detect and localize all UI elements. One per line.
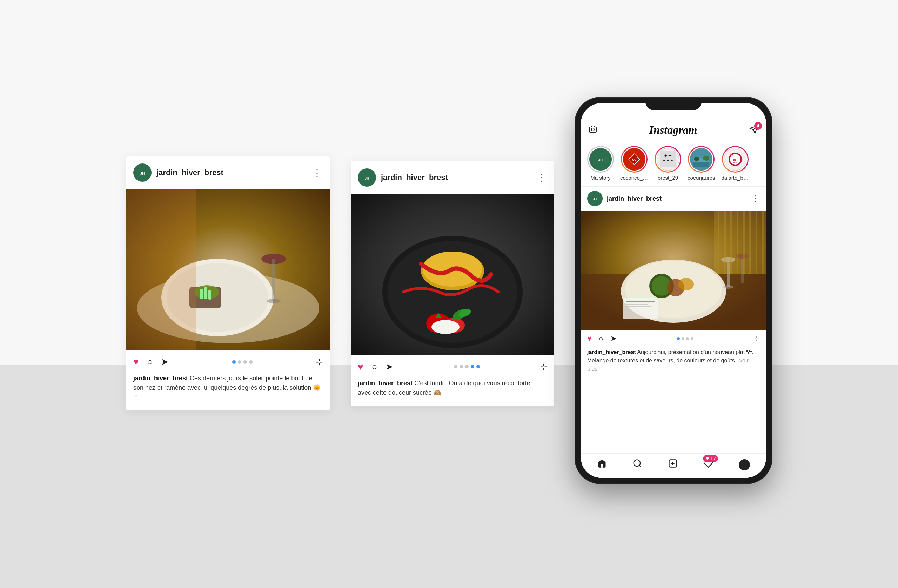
avatar-2: JH xyxy=(358,168,376,187)
svg-text:JH: JH xyxy=(593,197,597,201)
ig-header: Instagram 4 xyxy=(581,119,766,140)
svg-rect-72 xyxy=(756,211,757,274)
ig-bottom-nav: 17 xyxy=(581,453,766,478)
ig-bookmark-icon[interactable]: ⊹ xyxy=(754,334,760,343)
svg-point-43 xyxy=(694,157,700,161)
bookmark-icon-1[interactable]: ⊹ xyxy=(316,357,323,367)
story-ring-del: del Arte xyxy=(722,146,749,172)
ig-share-icon[interactable]: ➤ xyxy=(610,334,617,343)
svg-rect-75 xyxy=(626,301,655,302)
dot-5 xyxy=(454,365,457,368)
svg-text:Arte: Arte xyxy=(733,162,738,163)
svg-point-13 xyxy=(267,299,281,303)
story-ring-brest: ✦✦ ✦ ✦ ✦ xyxy=(655,146,681,172)
story-item-coco[interactable]: CC cocorico_bar xyxy=(620,146,648,181)
phone-screen: Instagram 4 xyxy=(581,103,766,478)
ig-comment-icon[interactable]: ○ xyxy=(599,334,603,343)
camera-icon[interactable] xyxy=(589,125,597,135)
svg-rect-8 xyxy=(200,289,203,299)
svg-text:JH: JH xyxy=(598,158,603,162)
share-icon-2[interactable]: ➤ xyxy=(386,361,393,372)
like-icon-2[interactable]: ♥ xyxy=(358,361,363,372)
ig-dot-4 xyxy=(691,337,693,340)
story-item-brest[interactable]: ✦✦ ✦ ✦ ✦ brest_29 xyxy=(655,146,681,181)
svg-point-62 xyxy=(723,285,733,289)
avatar-1: JH xyxy=(133,163,152,182)
bookmark-icon-2[interactable]: ⊹ xyxy=(540,362,547,371)
svg-rect-41 xyxy=(693,161,709,167)
story-avatar-del: del Arte xyxy=(723,147,747,172)
svg-rect-77 xyxy=(626,306,651,307)
like-icon-1[interactable]: ♥ xyxy=(133,356,138,367)
ig-post-dots xyxy=(624,337,747,340)
post-actions-2: ♥ ○ ➤ ⊹ xyxy=(351,355,554,379)
phone-content: Instagram 4 xyxy=(581,103,766,478)
nav-heart-icon[interactable]: 17 xyxy=(703,459,713,471)
svg-text:JH: JH xyxy=(140,172,145,175)
ig-like-icon[interactable]: ♥ xyxy=(587,334,592,343)
story-item-coeur[interactable]: coeurjaures xyxy=(687,146,715,181)
post-caption-1: jardin_hiver_brest Ces derniers jours le… xyxy=(126,374,330,411)
svg-rect-71 xyxy=(749,211,751,274)
dot-1 xyxy=(232,360,236,364)
story-label-del: dalarte_brest xyxy=(721,175,749,181)
ig-caption: jardin_hiver_brest Aujourd'hui, présenta… xyxy=(581,347,766,379)
comment-icon-1[interactable]: ○ xyxy=(147,356,152,367)
story-avatar-my: JH xyxy=(588,147,613,172)
post-more-1[interactable]: ⋮ xyxy=(312,167,323,179)
ig-logo: Instagram xyxy=(597,123,749,137)
ig-post-header: JH jardin_hiver_brest ⋮ xyxy=(581,187,766,211)
svg-point-59 xyxy=(678,278,694,291)
nav-home-icon[interactable] xyxy=(597,459,607,471)
post-more-2[interactable]: ⋮ xyxy=(537,172,547,183)
nav-search-icon[interactable] xyxy=(632,459,642,471)
post-header-2: JH jardin_hiver_brest ⋮ xyxy=(351,162,554,194)
svg-rect-67 xyxy=(724,211,726,274)
svg-point-24 xyxy=(432,320,460,334)
share-icon-1[interactable]: ➤ xyxy=(161,356,169,367)
ig-post-image xyxy=(581,211,766,330)
svg-text:✦✦: ✦✦ xyxy=(664,153,672,159)
heart-badge-count: 17 xyxy=(710,456,716,461)
dot-7 xyxy=(465,365,469,368)
caption-user-1: jardin_hiver_brest xyxy=(133,375,188,382)
svg-rect-10 xyxy=(208,290,211,300)
nav-add-icon[interactable] xyxy=(668,459,678,471)
dot-2 xyxy=(238,360,241,364)
post-actions-1: ♥ ○ ➤ ⊹ xyxy=(126,350,330,374)
story-label-my: Ma story xyxy=(590,175,611,181)
svg-rect-73 xyxy=(762,211,764,274)
svg-rect-14 xyxy=(126,189,197,350)
story-item-my[interactable]: JH Ma story xyxy=(587,146,614,181)
post-image-2 xyxy=(351,194,554,355)
dot-4 xyxy=(249,360,252,364)
phone-notch xyxy=(646,97,701,110)
svg-rect-70 xyxy=(743,211,745,274)
dot-3 xyxy=(243,360,247,364)
story-item-del[interactable]: del Arte dalarte_brest xyxy=(721,146,749,181)
svg-rect-12 xyxy=(272,259,275,301)
post-header-1: JH jardin_hiver_brest ⋮ xyxy=(126,157,330,189)
nav-profile-icon[interactable] xyxy=(739,459,750,471)
ig-caption-user: jardin_hiver_brest xyxy=(587,349,636,355)
ig-dot-3 xyxy=(686,337,689,340)
ig-notification[interactable]: 4 xyxy=(749,125,758,135)
ig-dot-2 xyxy=(681,337,684,340)
svg-rect-9 xyxy=(204,287,207,299)
ig-post-more[interactable]: ⋮ xyxy=(751,194,760,203)
svg-rect-66 xyxy=(718,211,720,274)
ig-post-actions: ♥ ○ ➤ ⊹ xyxy=(581,330,766,347)
story-label-brest: brest_29 xyxy=(658,175,678,181)
story-avatar-coco: CC xyxy=(622,147,646,172)
svg-point-28 xyxy=(591,128,594,131)
story-avatar-coeur xyxy=(689,147,713,172)
nav-heart-badge: 17 xyxy=(703,455,718,462)
ig-stories: JH Ma story xyxy=(581,140,766,187)
post-caption-2: jardin_hiver_brest C'est lundi...On a de… xyxy=(351,379,554,406)
dot-6 xyxy=(460,365,463,368)
svg-text:del: del xyxy=(733,158,738,162)
scene: JH jardin_hiver_brest ⋮ xyxy=(63,48,835,540)
caption-user-2: jardin_hiver_brest xyxy=(358,380,412,386)
comment-icon-2[interactable]: ○ xyxy=(372,361,377,372)
svg-text:JH: JH xyxy=(365,177,369,180)
